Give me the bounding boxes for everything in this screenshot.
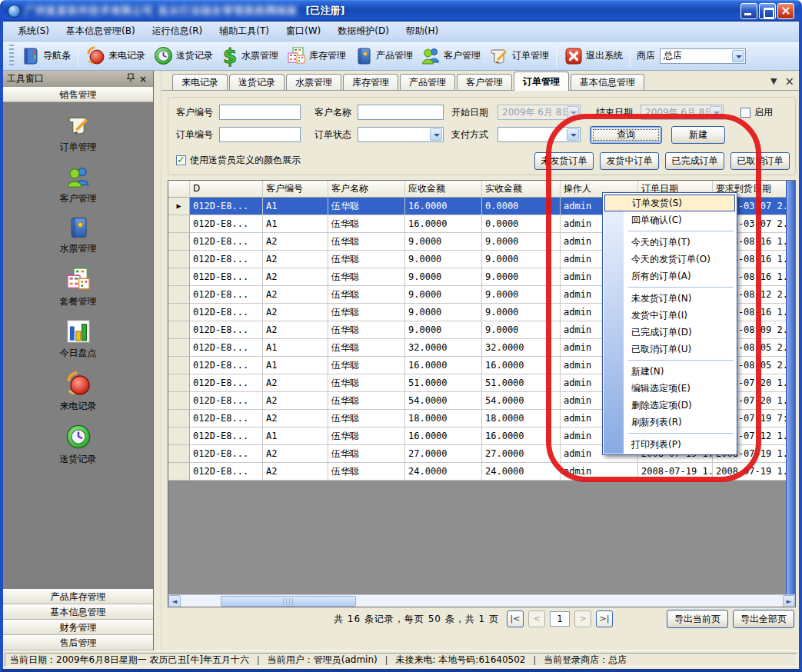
- tab-customer[interactable]: 客户管理: [457, 74, 512, 90]
- row-selector-cell[interactable]: [168, 304, 190, 321]
- customer-no-input[interactable]: [219, 105, 301, 120]
- last-page-button[interactable]: >|: [596, 610, 613, 627]
- header-receivable[interactable]: 应收金额: [405, 181, 482, 198]
- row-selector-cell[interactable]: [168, 374, 190, 392]
- shipping-orders-button[interactable]: 发货中订单: [600, 152, 659, 170]
- menu-item-ship-order[interactable]: 订单发货(S): [604, 195, 735, 211]
- first-page-button[interactable]: |<: [507, 610, 524, 627]
- menu-basic-info[interactable]: 基本信息管理(B): [58, 22, 144, 40]
- tab-list-dropdown-icon[interactable]: ▼: [770, 76, 777, 86]
- product-button[interactable]: 产品管理: [350, 45, 417, 68]
- sidebar-group-finance[interactable]: 财务管理: [3, 620, 153, 635]
- start-date-picker[interactable]: 2009年 6月 8日: [498, 105, 581, 120]
- sidebar-group-product-inventory[interactable]: 产品库存管理: [3, 589, 153, 604]
- chevron-down-icon[interactable]: [567, 128, 579, 141]
- sidebar-group-aftersale[interactable]: 售后管理: [3, 635, 153, 650]
- tab-basic-info[interactable]: 基本信息管理: [571, 74, 644, 90]
- row-selector-cell[interactable]: [168, 215, 190, 233]
- checkbox-icon[interactable]: [740, 108, 750, 118]
- order-status-select[interactable]: [358, 127, 444, 142]
- menu-run-info[interactable]: 运行信息(R): [144, 22, 211, 40]
- tab-inventory[interactable]: 库存管理: [343, 74, 398, 90]
- menu-item-refresh-list[interactable]: 刷新列表(R): [604, 414, 736, 431]
- tab-order[interactable]: 订单管理: [514, 72, 569, 91]
- sidebar-item-order[interactable]: 订单管理: [3, 112, 153, 154]
- tab-delivery-log[interactable]: 送货记录: [229, 74, 285, 90]
- page-number-input[interactable]: 1: [550, 611, 570, 627]
- menu-window[interactable]: 窗口(W): [278, 22, 329, 40]
- menu-item-today-orders[interactable]: 今天的订单(T): [604, 234, 736, 251]
- cancelled-orders-button[interactable]: 已取消订单: [730, 152, 790, 170]
- row-selector-cell[interactable]: [168, 233, 190, 251]
- sidebar-splitter[interactable]: [154, 71, 161, 650]
- export-current-page-button[interactable]: 导出当前页: [667, 610, 728, 628]
- menu-tools[interactable]: 辅助工具(T): [211, 22, 278, 40]
- tab-product[interactable]: 产品管理: [400, 74, 455, 90]
- chevron-down-icon[interactable]: [430, 128, 442, 141]
- checkbox-check-icon[interactable]: [176, 155, 186, 165]
- row-selector-cell[interactable]: [168, 410, 190, 427]
- menu-item-receipt-confirm[interactable]: 回单确认(C): [604, 211, 736, 228]
- water-ticket-button[interactable]: $ 水票管理: [217, 44, 282, 68]
- row-selector-cell[interactable]: ▶: [168, 198, 190, 215]
- sidebar-group-sales[interactable]: 销售管理: [3, 87, 153, 102]
- menu-item-cancelled[interactable]: 已取消订单(U): [604, 341, 736, 358]
- chevron-down-icon[interactable]: [732, 50, 744, 62]
- sidebar-item-customer[interactable]: 客户管理: [3, 164, 153, 205]
- row-selector-cell[interactable]: [168, 445, 190, 463]
- order-button[interactable]: 订单管理: [484, 44, 553, 68]
- sidebar-item-ticket[interactable]: 水票管理: [3, 215, 153, 255]
- pin-icon[interactable]: [125, 73, 137, 85]
- next-page-button[interactable]: >: [574, 610, 591, 627]
- query-button[interactable]: 查询: [590, 126, 662, 144]
- header-received[interactable]: 实收金额: [482, 181, 561, 198]
- row-selector-cell[interactable]: [168, 286, 190, 304]
- end-date-picker[interactable]: 2009年 6月 8日: [641, 105, 724, 120]
- vertical-scrollbar[interactable]: [786, 181, 795, 594]
- inventory-button[interactable]: 库存管理: [282, 44, 350, 68]
- row-selector-cell[interactable]: [168, 463, 190, 481]
- pay-method-select[interactable]: [498, 127, 581, 142]
- header-id[interactable]: D: [190, 181, 263, 198]
- header-customer-name[interactable]: 客户名称: [328, 181, 405, 198]
- tab-close-icon[interactable]: ×: [784, 78, 794, 85]
- menu-system[interactable]: 系统(S): [9, 22, 58, 40]
- header-customer-no[interactable]: 客户编号: [263, 181, 328, 198]
- customer-name-input[interactable]: [358, 105, 444, 120]
- row-selector-cell[interactable]: [168, 339, 190, 357]
- scroll-right-icon[interactable]: ►: [783, 595, 795, 607]
- scroll-left-icon[interactable]: ◄: [168, 595, 181, 607]
- customer-button[interactable]: 客户管理: [417, 44, 484, 68]
- navbar-toggle-button[interactable]: 导航条: [17, 45, 75, 68]
- new-button[interactable]: 新建: [671, 126, 725, 144]
- row-selector-cell[interactable]: [168, 268, 190, 286]
- close-button[interactable]: [777, 3, 794, 19]
- maximize-button[interactable]: [759, 3, 776, 19]
- call-log-button[interactable]: 来电记录: [82, 44, 149, 68]
- sidebar-item-combo[interactable]: 套餐管理: [3, 265, 153, 308]
- row-selector-cell[interactable]: [168, 321, 190, 339]
- menu-item-all-orders[interactable]: 所有的订单(A): [604, 268, 736, 284]
- menu-item-new[interactable]: 新建(N): [604, 363, 736, 380]
- exit-button[interactable]: 退出系统: [560, 45, 627, 68]
- order-no-input[interactable]: [219, 127, 301, 142]
- menu-item-completed[interactable]: 已完成订单(D): [604, 324, 736, 341]
- menu-item-edit-selected[interactable]: 编辑选定项(E): [604, 380, 736, 397]
- enable-date-checkbox[interactable]: 启用: [740, 105, 773, 120]
- row-selector-cell[interactable]: [168, 251, 190, 268]
- menu-item-print-list[interactable]: 打印列表(P): [604, 436, 736, 453]
- row-selector-cell[interactable]: [168, 357, 190, 374]
- tab-call-log[interactable]: 来电记录: [172, 74, 228, 90]
- delivery-color-checkbox[interactable]: 使用送货员定义的颜色展示: [176, 152, 301, 168]
- tab-water-ticket[interactable]: 水票管理: [286, 74, 341, 90]
- menu-item-unshipped[interactable]: 未发货订单(N): [604, 290, 736, 307]
- completed-orders-button[interactable]: 已完成订单: [665, 152, 724, 170]
- prev-page-button[interactable]: <: [528, 610, 545, 627]
- table-row[interactable]: 012D-E8... A2 伍华聪 24.0000 24.0000 admin …: [168, 463, 795, 481]
- menu-item-delete-selected[interactable]: 删除选定项(D): [604, 397, 736, 414]
- export-all-pages-button[interactable]: 导出全部页: [733, 610, 794, 628]
- sidebar-item-call-log[interactable]: 来电记录: [3, 370, 153, 413]
- minimize-button[interactable]: [740, 3, 757, 19]
- row-selector-cell[interactable]: [168, 427, 190, 445]
- row-selector-cell[interactable]: [168, 392, 190, 410]
